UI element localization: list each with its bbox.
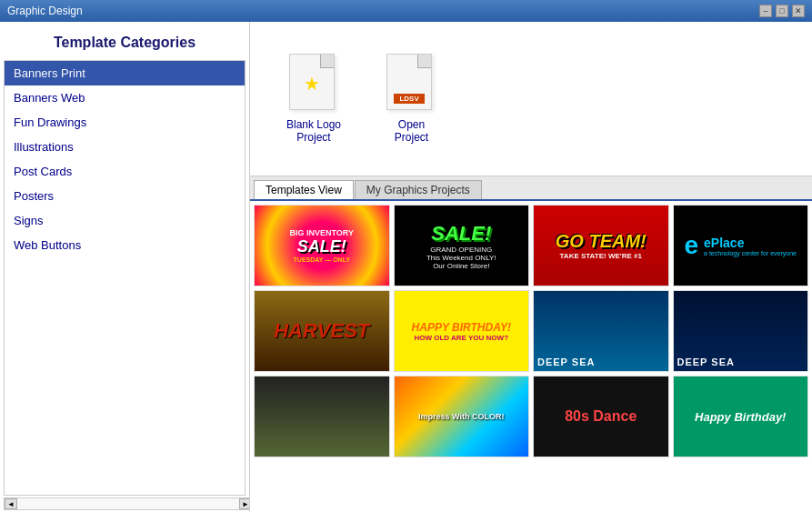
sidebar-item-illustrations[interactable]: Illustrations (5, 135, 245, 159)
tab-my-graphics-projects[interactable]: My Graphics Projects (355, 180, 482, 199)
blank-logo-project[interactable]: ★ Blank LogoProject (286, 54, 341, 144)
sidebar-item-banners-print[interactable]: Banners Print (5, 61, 245, 85)
sidebar: Template Categories Banners Print Banner… (0, 22, 250, 512)
template-landscape[interactable] (254, 376, 390, 457)
sidebar-item-signs[interactable]: Signs (5, 208, 245, 233)
sidebar-item-posters[interactable]: Posters (5, 184, 245, 208)
template-sale-hot[interactable]: BIG INVENTORY SALE! TUESDAY — ONLY (254, 205, 390, 286)
open-project[interactable]: LDSV OpenProject (386, 54, 436, 144)
sidebar-item-banners-web[interactable]: Banners Web (5, 85, 245, 110)
project-area: ★ Blank LogoProject LDSV OpenProject (250, 22, 812, 176)
minimize-button[interactable]: – (759, 5, 772, 17)
template-eplace[interactable]: e ePlace a technology center for everyon… (673, 205, 809, 286)
sidebar-hscrollbar[interactable]: ◄ ► (4, 497, 250, 510)
sidebar-item-fun-drawings[interactable]: Fun Drawings (5, 110, 245, 135)
templates-grid: BIG INVENTORY SALE! TUESDAY — ONLY SALE!… (250, 201, 812, 512)
window-controls: – □ ✕ (759, 5, 805, 17)
template-deep-sea-1[interactable]: DEEP SEA (533, 290, 669, 372)
blank-logo-file-icon: ★ (289, 54, 335, 110)
template-deep-sea-2[interactable]: DEEP SEA (673, 290, 809, 372)
template-80s-dance[interactable]: 80s Dance (533, 376, 669, 457)
hscroll-track (17, 498, 239, 509)
app-title: Graphic Design (7, 5, 83, 17)
dance-label: 80s Dance (565, 408, 637, 425)
template-happy-birthday-2[interactable]: Happy Birthday! (673, 376, 809, 457)
open-project-label: OpenProject (395, 118, 428, 144)
templates-area: BIG INVENTORY SALE! TUESDAY — ONLY SALE!… (250, 201, 812, 512)
open-project-file-icon: LDSV (386, 54, 432, 110)
maximize-button[interactable]: □ (776, 5, 788, 17)
sidebar-list: Banners Print Banners Web Fun Drawings I… (4, 60, 246, 496)
template-sale-green[interactable]: SALE! GRAND OPENINGThis Weekend ONLY!Our… (394, 205, 530, 286)
happy-birthday2-label: Happy Birthday! (695, 410, 786, 424)
template-go-team[interactable]: GO TEAM! TAKE STATE! WE'RE #1 (533, 205, 669, 286)
star-icon: ★ (304, 73, 320, 95)
tab-templates-view[interactable]: Templates View (254, 180, 354, 199)
hscroll-left-button[interactable]: ◄ (5, 498, 17, 509)
sidebar-item-post-cards[interactable]: Post Cards (5, 159, 245, 184)
open-project-icon: LDSV (386, 54, 436, 113)
sidebar-item-web-buttons[interactable]: Web Buttons (5, 233, 245, 257)
template-happy-birthday[interactable]: HAPPY BIRTHDAY! HOW OLD ARE YOU NOW? (394, 290, 530, 372)
template-impress-color[interactable]: Impress With COLOR! (394, 376, 530, 457)
title-bar: Graphic Design – □ ✕ (0, 0, 812, 22)
ldsv-badge: LDSV (394, 94, 425, 104)
impress-color-label: Impress With COLOR! (418, 412, 504, 421)
blank-logo-label: Blank LogoProject (286, 118, 341, 144)
main-container: Template Categories Banners Print Banner… (0, 22, 812, 512)
blank-logo-icon: ★ (289, 54, 339, 113)
deep-sea1-label: DEEP SEA (537, 356, 595, 367)
sidebar-title: Template Categories (0, 22, 249, 60)
deep-sea2-label: DEEP SEA (677, 356, 735, 367)
close-button[interactable]: ✕ (792, 5, 805, 17)
hscroll-right-button[interactable]: ► (239, 498, 250, 509)
right-content: ★ Blank LogoProject LDSV OpenProject Tem… (250, 22, 812, 512)
tab-bar: Templates View My Graphics Projects (250, 176, 812, 201)
template-harvest[interactable]: HARVEST (254, 290, 390, 372)
